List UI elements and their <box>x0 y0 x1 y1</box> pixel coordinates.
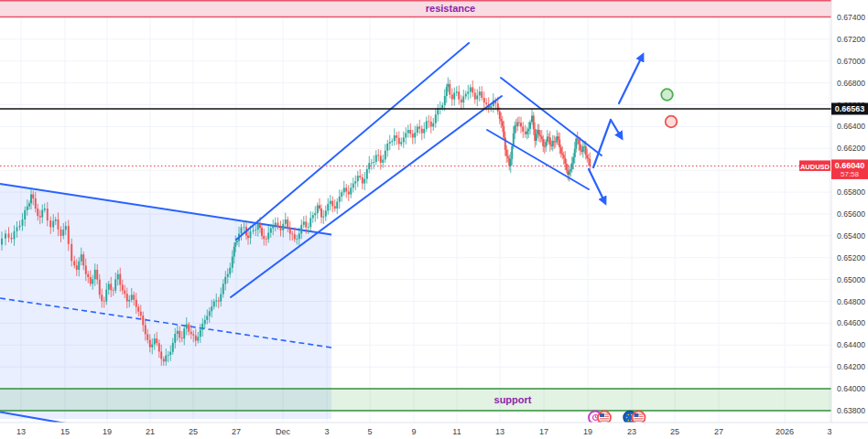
event-icons-row[interactable] <box>589 412 646 424</box>
candle-body <box>403 137 405 142</box>
pullback-arrow[interactable] <box>611 120 622 138</box>
candle-body <box>96 270 98 280</box>
candle-body <box>522 126 524 131</box>
candle-body <box>81 254 82 262</box>
candle-body <box>128 300 130 302</box>
candle-body <box>382 159 384 162</box>
candle-body <box>566 164 568 170</box>
candle-body <box>577 139 579 140</box>
candle-body <box>137 307 139 312</box>
candle-body <box>149 340 151 348</box>
candle-body <box>396 135 397 138</box>
candle-body <box>575 139 577 149</box>
price-tick-label: 0.64400 <box>837 340 865 349</box>
bullish-target-circle[interactable] <box>661 89 673 101</box>
candle-body <box>462 96 464 102</box>
flag-circle <box>633 412 646 424</box>
bullish-breakout-arrow[interactable] <box>619 55 643 103</box>
candle-body <box>331 201 333 207</box>
candle-body <box>291 233 293 234</box>
time-axis-background[interactable] <box>0 423 868 439</box>
candle-body <box>589 159 591 166</box>
candle-body <box>588 158 590 159</box>
candle-body <box>261 228 263 236</box>
candle-body <box>560 147 562 154</box>
candle-body <box>234 242 236 247</box>
support-band[interactable] <box>0 389 831 411</box>
candle-body <box>426 121 428 129</box>
flag-star <box>626 417 628 419</box>
candle-body <box>154 338 156 344</box>
resistance-band[interactable] <box>0 0 831 17</box>
candle-body <box>514 125 515 134</box>
candle-body <box>92 279 93 284</box>
candle-body <box>263 236 265 239</box>
price-tick-label: 0.66800 <box>837 79 865 88</box>
candle-body <box>479 91 481 95</box>
scenario-arrows-layer[interactable] <box>589 55 643 203</box>
candle-body <box>481 91 483 98</box>
candle-body <box>490 106 492 108</box>
candle-body <box>28 203 30 206</box>
candle-body <box>569 172 570 175</box>
candle-body <box>126 294 128 301</box>
candle-body <box>317 205 319 213</box>
candle-body <box>377 155 379 155</box>
candle-body <box>341 192 342 197</box>
time-tick-label: Dec <box>276 427 291 436</box>
economic-event-us-flag-icon[interactable] <box>598 412 611 424</box>
candle-body <box>30 194 32 203</box>
flag-canton <box>635 413 639 417</box>
price-axis-background[interactable] <box>831 0 868 439</box>
ascending-channel-top-line[interactable] <box>236 43 469 240</box>
trading-chart-window: resistance support 0.674000.672000.67000… <box>0 0 868 439</box>
candle-body <box>22 220 24 226</box>
candle-body <box>179 331 180 337</box>
candle-body <box>168 355 169 356</box>
candle-body <box>539 135 541 136</box>
economic-event-us-flag-icon[interactable] <box>633 412 646 424</box>
time-tick-label: 13 <box>16 427 26 436</box>
price-tick-label: 0.64800 <box>837 297 865 306</box>
candle-body <box>211 306 212 311</box>
price-tick-label: 0.65000 <box>837 275 865 284</box>
time-tick-label: 5 <box>367 427 372 436</box>
candle-body <box>339 197 341 202</box>
time-tick-label: 11 <box>452 427 461 436</box>
candle-body <box>49 220 51 227</box>
candle-body <box>303 221 305 224</box>
time-tick-label: 3 <box>827 427 831 436</box>
candle-body <box>561 154 563 155</box>
candle-body <box>215 301 217 302</box>
candlestick-chart[interactable]: resistance support 0.674000.672000.67000… <box>0 0 868 439</box>
countdown-text: 57:58 <box>841 170 860 178</box>
candle-body <box>85 265 87 273</box>
resistance-band-label: resistance <box>426 3 475 14</box>
candle-body <box>47 209 49 220</box>
bearish-breakdown-arrow[interactable] <box>589 169 605 203</box>
candle-body <box>423 129 425 134</box>
candle-body <box>5 233 6 238</box>
candle-body <box>236 241 238 243</box>
candle-body <box>526 131 528 134</box>
candle-body <box>296 239 298 240</box>
bearish-target-circle[interactable] <box>666 116 678 128</box>
time-tick-label: 2026 <box>776 427 794 436</box>
price-tick-label: 0.64000 <box>837 384 865 393</box>
candle-body <box>73 261 75 265</box>
candle-body <box>39 216 41 217</box>
candle-body <box>502 121 504 126</box>
candle-body <box>253 230 255 231</box>
candle-body <box>277 223 279 228</box>
candle-body <box>499 112 501 119</box>
descending-channel-shade[interactable] <box>0 184 331 419</box>
candle-body <box>197 337 199 340</box>
time-tick-label: 27 <box>232 427 241 436</box>
candle-body <box>421 129 423 134</box>
candle-body <box>71 244 72 262</box>
trend-shade-layer[interactable] <box>0 184 331 423</box>
price-tick-label: 0.65200 <box>837 253 865 262</box>
time-tick-label: 19 <box>583 427 592 436</box>
candle-body <box>394 135 396 141</box>
candle-body <box>108 284 110 289</box>
